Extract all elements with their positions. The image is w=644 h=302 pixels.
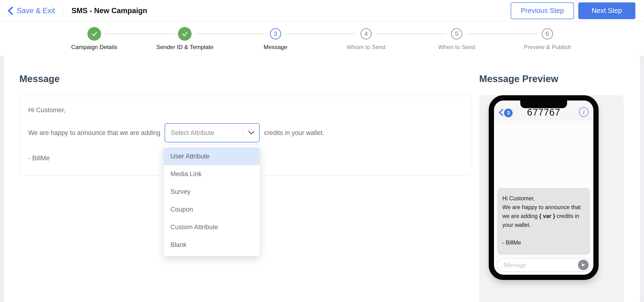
dropdown-option-custom-attribute[interactable]: Custom Attribute	[164, 218, 260, 236]
bubble-body: We are happy to announce that we are add…	[502, 203, 585, 229]
chevron-down-icon[interactable]	[244, 130, 259, 135]
sender-id: 677767	[527, 107, 560, 118]
send-icon	[578, 260, 588, 270]
bubble-signature: - BillMe	[502, 238, 585, 247]
phone-notch	[520, 100, 567, 108]
phone-input-row	[497, 258, 590, 272]
topbar-divider	[63, 4, 63, 17]
preview-panel: 3 677767 i Hi Customer, We are happy to …	[479, 95, 624, 302]
campaign-stepper: Campaign Details Sender ID & Template 3 …	[0, 22, 644, 56]
step-number: 4	[360, 28, 372, 40]
phone-message-input	[497, 258, 590, 272]
phone-mockup: 3 677767 i Hi Customer, We are happy to …	[489, 95, 598, 280]
message-section: Message Hi Customer, We are happy to ann…	[4, 56, 479, 302]
step-label: Whom to Send	[321, 44, 411, 51]
top-bar: Save & Exit SMS - New Campaign Previous …	[0, 0, 644, 22]
message-preview-section: Message Preview 3 677767 i	[479, 56, 640, 302]
message-heading: Message	[19, 73, 472, 84]
step-preview-publish: 6 Preview & Publish	[502, 27, 593, 56]
message-line-2: We are happy to announce that we are add…	[28, 123, 463, 143]
message-editor[interactable]: Hi Customer, We are happy to announce th…	[19, 96, 472, 176]
step-number: 5	[451, 28, 462, 40]
step-label: Sender ID & Template	[140, 44, 230, 51]
message-preview-heading: Message Preview	[479, 73, 640, 84]
attribute-select-placeholder: Select Attribute	[171, 129, 243, 137]
dropdown-option-user-attribute[interactable]: User Attribute	[164, 147, 260, 165]
previous-step-button[interactable]: Previous Step	[511, 3, 574, 19]
message-line-1: Hi Customer,	[28, 106, 463, 114]
save-and-exit-label: Save & Exit	[17, 7, 55, 15]
dropdown-option-media-link[interactable]: Media Link	[164, 165, 260, 183]
page-title: SMS - New Campaign	[72, 7, 147, 15]
step-number: 3	[270, 28, 281, 40]
attribute-dropdown: User Attribute Media Link Survey Coupon …	[164, 145, 260, 256]
step-done-check-icon	[178, 27, 192, 41]
message-line-2-before: We are happy to announce that we are add…	[28, 129, 160, 137]
message-line-2-after: credits in your wallet.	[264, 129, 324, 137]
next-step-button[interactable]: Next Step	[578, 3, 636, 19]
attribute-select-wrap: Select Attribute User Attribute Media Li…	[164, 123, 260, 142]
save-and-exit-button[interactable]: Save & Exit	[7, 7, 55, 15]
step-label: When to Send	[411, 44, 502, 51]
main-content-card: Message Hi Customer, We are happy to ann…	[4, 56, 640, 302]
chevron-left-icon	[7, 7, 14, 15]
step-label: Preview & Publish	[502, 44, 593, 51]
unread-count-badge: 3	[504, 109, 512, 117]
step-message[interactable]: 3 Message	[230, 27, 321, 56]
info-icon: i	[579, 107, 588, 117]
attribute-select[interactable]: Select Attribute	[164, 123, 260, 142]
step-done-check-icon	[88, 27, 101, 41]
chat-spacer	[497, 120, 590, 188]
phone-screen: 3 677767 i Hi Customer, We are happy to …	[494, 100, 593, 275]
chevron-left-icon	[498, 109, 504, 117]
step-number: 6	[542, 28, 553, 40]
back-unread-cluster: 3	[498, 109, 512, 117]
bubble-line-1: Hi Customer,	[502, 194, 585, 203]
step-label: Campaign Details	[49, 44, 140, 51]
phone-chat-area: Hi Customer, We are happy to announce th…	[494, 120, 593, 275]
step-sender-id-template[interactable]: Sender ID & Template	[140, 27, 230, 56]
dropdown-option-blank[interactable]: Blank	[164, 236, 260, 254]
bubble-blank-line	[502, 229, 585, 238]
step-campaign-details[interactable]: Campaign Details	[49, 27, 140, 56]
sms-bubble: Hi Customer, We are happy to announce th…	[497, 188, 590, 255]
step-label: Message	[230, 44, 321, 51]
dropdown-option-coupon[interactable]: Coupon	[164, 201, 260, 218]
step-when-to-send: 5 When to Send	[411, 27, 502, 56]
bubble-variable: { var }	[539, 213, 555, 219]
step-whom-to-send: 4 Whom to Send	[321, 27, 411, 56]
dropdown-option-survey[interactable]: Survey	[164, 183, 260, 201]
topbar-actions: Previous Step Next Step	[511, 3, 636, 19]
